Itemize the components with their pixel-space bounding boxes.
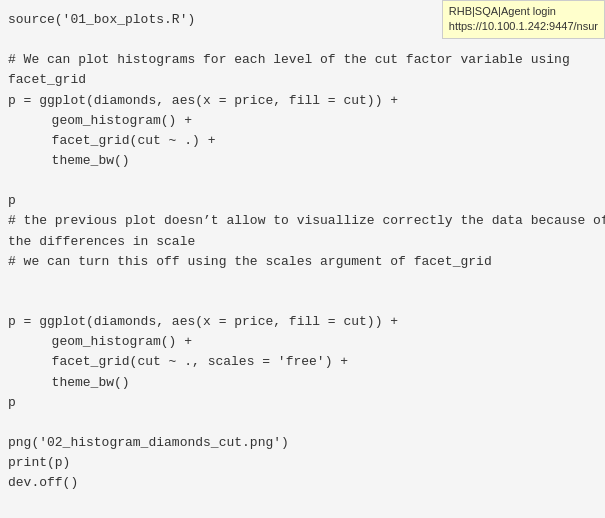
code-line: # we can turn this off using the scales …	[8, 252, 597, 272]
code-line: p = ggplot(diamonds, aes(x = price, fill…	[8, 91, 597, 111]
code-line: # the previous plot doesn’t allow to vis…	[8, 211, 597, 231]
code-line	[8, 292, 597, 312]
code-line: facet_grid(cut ~ .) +	[8, 131, 597, 151]
tooltip-url: https://10.100.1.242:9447/nsur	[449, 20, 598, 32]
code-line: facet_grid(cut ~ ., scales = 'free') +	[8, 352, 597, 372]
code-line: p = ggplot(diamonds, aes(x = price, fill…	[8, 312, 597, 332]
code-editor: RHB|SQA|Agent login https://10.100.1.242…	[0, 0, 605, 518]
code-line: geom_histogram() +	[8, 332, 597, 352]
code-line: theme_bw()	[8, 373, 597, 393]
code-line: theme_bw()	[8, 151, 597, 171]
code-line: dev.off()	[8, 473, 597, 493]
code-line	[8, 413, 597, 433]
code-line: print(p)	[8, 453, 597, 473]
code-line: facet_grid	[8, 70, 597, 90]
code-line: png('02_histogram_diamonds_cut.png')	[8, 433, 597, 453]
code-line: the differences in scale	[8, 232, 597, 252]
code-line: geom_histogram() +	[8, 111, 597, 131]
code-content: source('01_box_plots.R') # We can plot h…	[8, 10, 597, 493]
tooltip-label: RHB|SQA|Agent login	[449, 5, 556, 17]
code-line: p	[8, 191, 597, 211]
code-line: # We can plot histograms for each level …	[8, 50, 597, 70]
code-line	[8, 171, 597, 191]
tooltip-box[interactable]: RHB|SQA|Agent login https://10.100.1.242…	[442, 0, 605, 39]
code-line: p	[8, 393, 597, 413]
code-line	[8, 272, 597, 292]
